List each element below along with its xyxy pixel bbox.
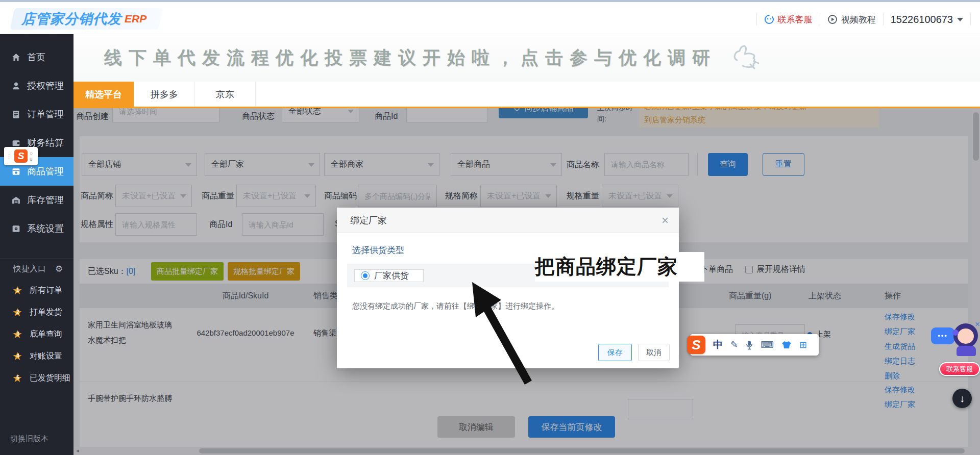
app-window: 店管家分销代发 ERP 联系客服 视频教程 15226100673 — [0, 0, 980, 455]
supply-type-section-label: 选择供货类型 — [352, 244, 404, 256]
divider — [970, 13, 971, 26]
mascot-face — [958, 328, 974, 344]
tab-jd[interactable]: 京东 — [195, 82, 256, 107]
shortcut-reconcile-settings[interactable]: ★4 对账设置 — [0, 345, 74, 367]
settings-icon — [11, 224, 21, 234]
modal-save-button[interactable]: 保存 — [598, 344, 632, 361]
modal-cancel-button[interactable]: 取消 — [638, 344, 670, 361]
ime-floating-icon[interactable]: ⋮ S ○u — [4, 147, 38, 165]
promo-banner-text: 线下单代发流程优化投票建议开始啦，点击参与优化调研 — [104, 46, 717, 70]
product-box-icon — [11, 167, 21, 176]
sidebar-item-label: 系统设置 — [27, 222, 64, 235]
contact-service-label: 联系客服 — [778, 14, 813, 26]
tutorial-annotation: 把商品绑定厂家 — [535, 252, 704, 282]
toolbox-grid-icon[interactable]: ⊞ — [799, 339, 807, 350]
ime-toolbar: S 中 ✎ ⌨ ⊞ — [690, 334, 819, 356]
star-1-icon: ★1 — [12, 285, 23, 296]
document-icon — [11, 110, 21, 119]
sogou-logo-icon[interactable]: S — [687, 336, 705, 354]
quick-entry-title: 快捷入口 — [13, 264, 46, 274]
star-3-icon: ★3 — [12, 329, 23, 340]
arrow-down-icon: ↓ — [960, 393, 965, 405]
logo-text: 店管家分销代发 — [21, 10, 121, 28]
shortcut-all-orders[interactable]: ★1 所有订单 — [0, 280, 74, 301]
sidebar-item-settings[interactable]: 系统设置 — [0, 214, 74, 243]
promo-banner[interactable]: 线下单代发流程优化投票建议开始啦，点击参与优化调研 — [74, 34, 980, 82]
star-5-icon: ★5 — [12, 373, 23, 384]
shortcut-receipt-query[interactable]: ★3 底单查询 — [0, 323, 74, 345]
chevron-down-icon — [957, 18, 963, 21]
microphone-icon[interactable] — [746, 340, 753, 350]
modal-header: 绑定厂家 × — [337, 208, 679, 233]
headset-icon — [952, 330, 959, 336]
keyboard-icon[interactable]: ⌨ — [761, 339, 774, 350]
sidebar: 首页 授权管理 订单管理 财务结算 商品管理 库存管理 — [0, 34, 74, 455]
big-arrow-icon — [454, 269, 546, 392]
divider — [820, 13, 820, 26]
sogou-logo-icon: S — [14, 149, 28, 163]
drag-dots-icon: ⋮ — [6, 153, 12, 160]
sidebar-item-authorization[interactable]: 授权管理 — [0, 71, 74, 100]
service-mascot-avatar[interactable] — [952, 322, 980, 356]
shortcut-label: 所有订单 — [30, 285, 62, 296]
radio-factory-supply-label: 厂家供货 — [374, 270, 409, 282]
tab-pinduoduo[interactable]: 拼多多 — [134, 82, 195, 107]
chat-bubble-icon: ••• — [931, 327, 954, 344]
thumbs-up-icon — [730, 45, 760, 71]
ime-state-icons: ○u — [30, 150, 33, 162]
platform-tabs: 精选平台 拼多多 京东 — [74, 82, 980, 108]
radio-factory-supply[interactable]: 厂家供货 — [354, 269, 424, 282]
shortcut-label: 打单发货 — [30, 307, 62, 318]
tab-selected-platform[interactable]: 精选平台 — [74, 82, 134, 107]
divider — [883, 13, 884, 26]
app-logo: 店管家分销代发 ERP — [12, 8, 161, 30]
logo-suffix: ERP — [125, 13, 146, 25]
sidebar-item-orders[interactable]: 订单管理 — [0, 100, 74, 129]
top-header: 店管家分销代发 ERP 联系客服 视频教程 15226100673 — [0, 2, 980, 34]
play-circle-icon — [827, 14, 838, 24]
star-2-icon: ★2 — [12, 307, 23, 318]
tutorial-annotation-text: 把商品绑定厂家 — [535, 253, 678, 281]
sidebar-item-label: 首页 — [27, 51, 45, 63]
account-menu[interactable]: 15226100673 — [891, 14, 963, 26]
header-actions: 联系客服 视频教程 15226100673 — [756, 10, 971, 29]
video-tutorial-label: 视频教程 — [841, 14, 876, 26]
gear-icon[interactable]: ⚙ — [55, 264, 63, 274]
sidebar-item-inventory[interactable]: 库存管理 — [0, 186, 74, 214]
shortcut-label: 对账设置 — [30, 351, 62, 362]
divider — [756, 13, 757, 26]
warehouse-icon — [11, 195, 21, 205]
shortcut-shipped-detail[interactable]: ★5 已发货明细 — [0, 367, 74, 389]
switch-old-version-link[interactable]: 切换旧版本 — [10, 434, 48, 444]
sidebar-item-home[interactable]: 首页 — [0, 43, 74, 71]
shortcut-print-ship[interactable]: ★2 打单发货 — [0, 301, 74, 323]
scroll-down-button[interactable]: ↓ — [952, 389, 972, 408]
modal-footer: 保存 取消 — [598, 344, 670, 361]
star-4-icon: ★4 — [12, 351, 23, 362]
video-tutorial-link[interactable]: 视频教程 — [827, 14, 876, 26]
radio-circle-icon — [361, 271, 370, 280]
sidebar-item-label: 授权管理 — [27, 80, 64, 92]
sidebar-item-label: 订单管理 — [27, 108, 64, 120]
close-icon[interactable]: × — [662, 214, 669, 226]
wallet-icon — [11, 138, 21, 148]
sidebar-nav: 首页 授权管理 订单管理 财务结算 商品管理 库存管理 — [0, 34, 74, 243]
shortcut-label: 底单查询 — [30, 329, 62, 340]
user-icon — [11, 81, 21, 91]
modal-title: 绑定厂家 — [350, 214, 387, 226]
shortcut-label: 已发货明细 — [30, 373, 70, 384]
handwriting-pen-icon[interactable]: ✎ — [730, 339, 738, 350]
skin-shirt-icon[interactable] — [781, 340, 792, 349]
quick-entry-header: 快捷入口 ⚙ — [0, 258, 74, 280]
account-phone: 15226100673 — [891, 14, 953, 26]
contact-service-button[interactable]: 联系客服 — [939, 362, 980, 376]
home-icon — [11, 53, 21, 62]
contact-service-link[interactable]: 联系客服 — [764, 14, 813, 26]
ime-language-toggle[interactable]: 中 — [713, 338, 723, 351]
customer-service-widget: × ••• 联系客服 — [931, 315, 980, 377]
sidebar-item-label: 库存管理 — [27, 194, 64, 206]
smiley-icon — [764, 14, 774, 24]
sidebar-item-label: 商品管理 — [27, 165, 64, 178]
mascot-body — [957, 346, 976, 356]
